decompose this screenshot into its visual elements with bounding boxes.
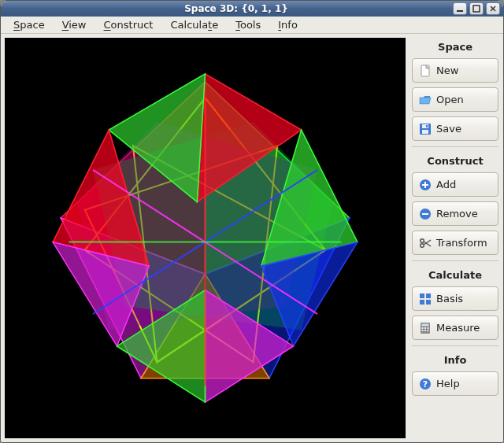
divider — [412, 345, 498, 346]
close-icon — [489, 5, 497, 13]
help-label: Help — [436, 378, 460, 389]
floppy-save-icon — [419, 123, 432, 135]
divider — [412, 146, 498, 147]
svg-rect-46 — [428, 327, 429, 329]
menubar: Space View Construct Calculate Tools Inf… — [1, 17, 503, 34]
calculator-icon — [419, 322, 432, 334]
svg-rect-1 — [473, 6, 480, 12]
add-label: Add — [436, 179, 456, 190]
svg-rect-31 — [422, 184, 428, 186]
maximize-icon — [472, 5, 480, 13]
grid-icon — [419, 293, 432, 305]
menu-tools[interactable]: Tools — [228, 17, 269, 33]
new-button[interactable]: New — [412, 58, 498, 83]
section-title-info: Info — [412, 352, 498, 367]
remove-button[interactable]: Remove — [412, 201, 498, 226]
svg-rect-48 — [424, 330, 426, 331]
svg-rect-28 — [426, 125, 428, 127]
svg-rect-39 — [426, 293, 431, 298]
app-window: Space 3D: {0, 1, 1} Space View Construct… — [0, 0, 504, 443]
minimize-button[interactable] — [453, 2, 467, 15]
measure-button[interactable]: Measure — [412, 316, 498, 340]
svg-rect-40 — [420, 300, 424, 305]
add-button[interactable]: Add — [412, 172, 498, 197]
sidebar: Space New Open Save Construct — [409, 34, 503, 442]
file-new-icon — [419, 65, 432, 77]
folder-open-icon — [419, 94, 432, 106]
maximize-button[interactable] — [469, 2, 484, 15]
section-title-construct: Construct — [412, 153, 498, 168]
minus-circle-icon — [419, 208, 432, 220]
plus-circle-icon — [419, 179, 432, 191]
new-label: New — [436, 65, 458, 76]
menu-construct[interactable]: Construct — [96, 17, 161, 33]
transform-button[interactable]: Transform — [412, 231, 498, 255]
menu-calculate[interactable]: Calculate — [162, 17, 226, 33]
section-title-space: Space — [412, 39, 498, 54]
window-title: Space 3D: {0, 1, 1} — [20, 3, 453, 14]
save-button[interactable]: Save — [412, 116, 498, 141]
svg-rect-41 — [426, 300, 431, 305]
save-label: Save — [436, 123, 461, 135]
basis-label: Basis — [436, 293, 463, 305]
viewport-container — [1, 34, 409, 442]
svg-rect-0 — [457, 10, 463, 12]
svg-rect-27 — [422, 130, 428, 134]
basis-button[interactable]: Basis — [412, 286, 498, 311]
svg-rect-44 — [422, 327, 424, 329]
svg-text:?: ? — [423, 379, 428, 389]
3d-viewport[interactable] — [5, 38, 406, 438]
menu-space[interactable]: Space — [6, 17, 53, 33]
svg-rect-43 — [422, 323, 429, 326]
svg-rect-49 — [428, 330, 429, 331]
minimize-icon — [456, 5, 464, 13]
section-title-calculate: Calculate — [412, 267, 498, 282]
svg-rect-45 — [424, 327, 426, 329]
svg-rect-33 — [422, 213, 428, 215]
open-button[interactable]: Open — [412, 87, 498, 112]
scissors-icon — [419, 237, 432, 249]
titlebar[interactable]: Space 3D: {0, 1, 1} — [1, 1, 503, 17]
svg-rect-47 — [422, 330, 424, 331]
menu-info[interactable]: Info — [270, 17, 306, 33]
remove-label: Remove — [436, 208, 478, 220]
close-button[interactable] — [486, 2, 500, 15]
help-circle-icon: ? — [419, 378, 432, 390]
menu-view[interactable]: View — [54, 17, 94, 33]
transform-label: Transform — [436, 237, 487, 249]
divider — [412, 260, 498, 261]
polyhedron-render — [5, 38, 406, 438]
svg-rect-38 — [420, 293, 424, 298]
help-button[interactable]: ? Help — [412, 371, 498, 396]
window-controls — [453, 2, 500, 15]
content-area: Space New Open Save Construct — [1, 34, 503, 442]
open-label: Open — [436, 94, 464, 105]
measure-label: Measure — [436, 322, 480, 334]
